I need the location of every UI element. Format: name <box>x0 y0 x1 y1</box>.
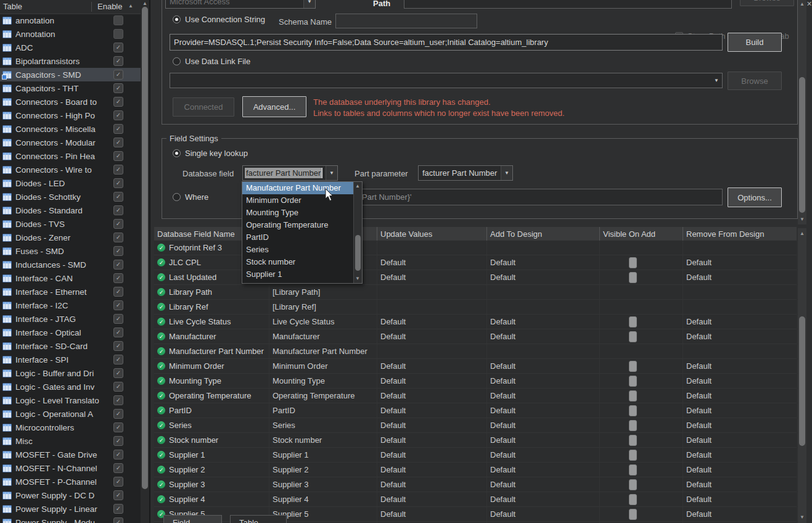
update-values-cell[interactable]: Default <box>377 329 487 344</box>
add-to-design-cell[interactable]: Default <box>487 492 600 506</box>
sidebar-item[interactable]: Connectors - Modular✓ <box>0 136 141 149</box>
add-to-design-cell[interactable]: Default <box>487 403 600 418</box>
update-values-cell[interactable]: Default <box>377 477 487 492</box>
scroll-up-icon[interactable]: ▲ <box>798 230 806 237</box>
visible-on-add-cell[interactable] <box>600 507 683 521</box>
sidebar-item[interactable]: Connectors - High Po✓ <box>0 109 141 122</box>
sidebar-item[interactable]: Interface - SD-Card✓ <box>0 339 141 353</box>
enable-checkbox[interactable]: ✓ <box>113 97 123 107</box>
table-row[interactable]: ✓Mounting TypeMounting TypeDefaultDefaul… <box>154 374 797 389</box>
remove-from-design-cell[interactable]: Default <box>683 463 797 477</box>
field-name-cell[interactable]: ✓Mounting Type <box>154 374 269 388</box>
enable-checkbox[interactable]: ✓ <box>113 368 123 378</box>
sidebar-item[interactable]: Interface - I2C✓ <box>0 299 141 312</box>
update-values-cell[interactable]: Default <box>377 433 487 447</box>
enable-checkbox[interactable]: ✓ <box>113 260 123 270</box>
enable-checkbox[interactable]: ✓ <box>113 56 123 66</box>
sidebar-item[interactable]: Logic - Operational A✓ <box>0 407 141 421</box>
field-name-cell[interactable]: ✓Minimum Order <box>154 359 269 373</box>
update-values-cell[interactable]: Default <box>377 389 487 403</box>
design-parameter-cell[interactable]: Series <box>269 418 377 432</box>
update-values-cell[interactable] <box>377 300 487 314</box>
design-parameter-cell[interactable]: Supplier 3 <box>269 477 377 492</box>
use-data-link-radio[interactable]: Use Data Link File <box>173 57 250 66</box>
sidebar-item[interactable]: Capacitors - THT✓ <box>0 81 141 95</box>
design-parameter-cell[interactable]: [Library Path] <box>269 285 377 299</box>
sidebar-item[interactable]: Interface - JTAG✓ <box>0 312 141 326</box>
visible-on-add-cell[interactable] <box>600 241 683 255</box>
design-parameter-cell[interactable]: Manufacturer <box>269 329 377 344</box>
add-to-design-cell[interactable]: Default <box>487 389 600 403</box>
design-parameter-cell[interactable]: PartID <box>269 403 377 418</box>
dropdown-item[interactable]: Operating Temperature <box>242 219 354 231</box>
visible-on-add-cell[interactable] <box>600 285 683 299</box>
visible-on-add-cell[interactable] <box>600 403 683 418</box>
visible-on-add-cell[interactable] <box>600 433 683 447</box>
sidebar-item[interactable]: Diodes - Zener✓ <box>0 231 141 244</box>
table-row[interactable]: ✓Library Ref[Library Ref] <box>154 300 797 315</box>
visible-on-add-cell[interactable] <box>600 374 683 388</box>
table-row[interactable]: ✓Supplier 2Supplier 2DefaultDefaultDefau… <box>154 463 797 477</box>
sidebar-item[interactable]: Connectors - Board to✓ <box>0 95 141 109</box>
field-name-cell[interactable]: ✓Live Cycle Status <box>154 315 269 329</box>
remove-from-design-cell[interactable] <box>683 241 797 255</box>
sidebar-item[interactable]: Power Supply - DC D✓ <box>0 488 141 502</box>
add-to-design-cell[interactable]: Default <box>487 448 600 462</box>
field-name-cell[interactable]: ✓Operating Temperature <box>154 389 269 403</box>
sidebar-item[interactable]: Connectors - Pin Hea✓ <box>0 149 141 163</box>
data-link-combo[interactable]: ▼ <box>170 73 723 88</box>
enable-checkbox[interactable]: ✓ <box>113 490 123 500</box>
visible-on-add-cell[interactable] <box>600 463 683 477</box>
use-connection-string-radio[interactable]: Use Connection String <box>173 15 265 24</box>
table-row[interactable]: ✓Supplier 1Supplier 1DefaultDefaultDefau… <box>154 448 797 463</box>
enable-checkbox[interactable]: ✓ <box>113 165 123 175</box>
add-to-design-cell[interactable] <box>487 300 600 314</box>
field-name-cell[interactable]: ✓Supplier 4 <box>154 492 269 506</box>
add-to-design-cell[interactable]: Default <box>487 315 600 329</box>
enable-checkbox[interactable]: ✓ <box>113 205 123 215</box>
table-scrollbar[interactable]: ▲ ▼ <box>798 228 806 523</box>
enable-checkbox[interactable]: ✓ <box>113 151 123 161</box>
database-field-combo[interactable]: facturer Part Number ▼ <box>242 165 338 181</box>
sidebar-item[interactable]: Logic - Level Translato✓ <box>0 393 141 407</box>
table-row[interactable]: ✓Supplier 3Supplier 3DefaultDefaultDefau… <box>154 477 797 492</box>
remove-from-design-cell[interactable]: Default <box>683 418 797 432</box>
add-to-design-cell[interactable] <box>487 285 600 299</box>
design-parameter-cell[interactable]: Minimum Order <box>269 359 377 373</box>
enable-checkbox[interactable]: ✓ <box>113 517 123 523</box>
options-button[interactable]: Options... <box>728 187 782 207</box>
remove-from-design-cell[interactable]: Default <box>683 270 797 284</box>
visible-checkbox[interactable] <box>629 494 637 505</box>
col-remove-from-design[interactable]: Remove From Design <box>683 227 797 241</box>
enable-checkbox[interactable]: ✓ <box>113 233 123 242</box>
field-name-cell[interactable]: ✓Library Path <box>154 285 269 299</box>
tab-table-browser[interactable]: Table Browser <box>230 515 287 523</box>
table-row[interactable]: ✓Manufacturer Part NumberManufacturer Pa… <box>154 344 797 359</box>
enable-checkbox[interactable]: ✓ <box>113 504 123 514</box>
sidebar-item[interactable]: Connectors - Miscella✓ <box>0 122 141 136</box>
where-radio[interactable]: Where <box>173 192 208 202</box>
add-to-design-cell[interactable]: Default <box>487 359 600 373</box>
remove-from-design-cell[interactable]: Default <box>683 374 797 388</box>
visible-checkbox[interactable] <box>629 272 637 283</box>
field-name-cell[interactable]: ✓Manufacturer <box>154 329 269 344</box>
enable-checkbox[interactable]: ✓ <box>113 273 123 283</box>
scroll-down-icon[interactable]: ▼ <box>798 216 806 223</box>
field-name-cell[interactable]: ✓Library Ref <box>154 300 269 314</box>
sidebar-item[interactable]: Interface - SPI✓ <box>0 353 141 366</box>
sidebar-item[interactable]: Diodes - Standard✓ <box>0 204 141 217</box>
field-name-cell[interactable]: ✓Supplier 2 <box>154 463 269 477</box>
sidebar-item[interactable]: Inductances - SMD✓ <box>0 258 141 271</box>
enable-checkbox[interactable]: ✓ <box>113 436 123 446</box>
sidebar-item[interactable]: MOSFET - N-Channel✓ <box>0 461 141 475</box>
table-row[interactable]: ✓Operating TemperatureOperating Temperat… <box>154 389 797 403</box>
design-parameter-cell[interactable]: Live Cycle Status <box>269 315 377 329</box>
enable-checkbox[interactable]: ✓ <box>113 110 123 120</box>
update-values-cell[interactable]: Default <box>377 507 487 521</box>
sidebar-scrollbar[interactable]: ▲ <box>141 0 149 523</box>
sidebar-item[interactable]: Diodes - Schottky✓ <box>0 190 141 204</box>
add-to-design-cell[interactable] <box>487 344 600 358</box>
visible-on-add-cell[interactable] <box>600 270 683 284</box>
table-row[interactable]: ✓Minimum OrderMinimum OrderDefaultDefaul… <box>154 359 797 374</box>
update-values-cell[interactable]: Default <box>377 463 487 477</box>
